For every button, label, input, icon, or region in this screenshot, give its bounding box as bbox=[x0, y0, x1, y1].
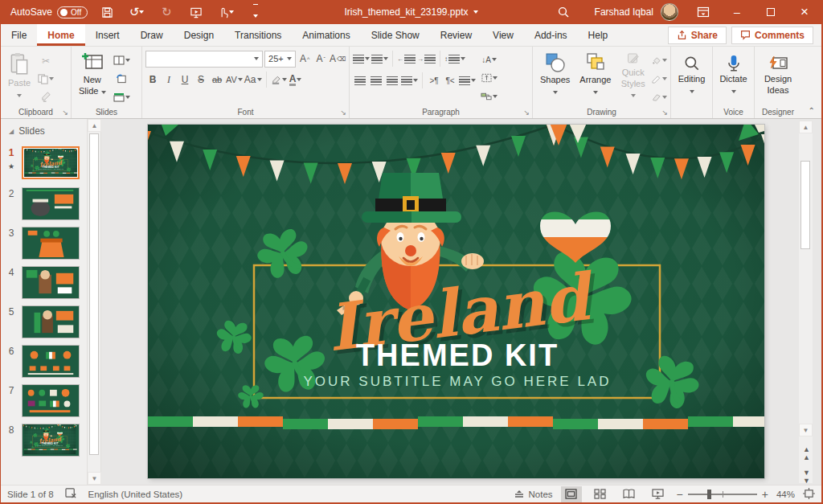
shapes-button[interactable]: Shapes bbox=[536, 50, 574, 103]
slide-counter[interactable]: Slide 1 of 8 bbox=[7, 490, 54, 499]
decrease-font-size-button[interactable]: Aˇ bbox=[313, 51, 328, 67]
tab-review[interactable]: Review bbox=[430, 24, 482, 46]
comments-button[interactable]: Comments bbox=[731, 27, 813, 44]
scroll-down-icon[interactable]: ▼ bbox=[799, 424, 813, 436]
columns-button[interactable] bbox=[459, 72, 476, 88]
slide-thumbnail-5[interactable]: 5 bbox=[1, 305, 88, 338]
tab-help[interactable]: Help bbox=[578, 24, 619, 46]
language-indicator[interactable]: English (United States) bbox=[88, 490, 183, 499]
align-right-button[interactable] bbox=[385, 72, 399, 88]
strikethrough-button[interactable]: S bbox=[194, 72, 208, 88]
slide-canvas[interactable]: Ireland Ireland THEMED KIT YOUR SUBTITLE… bbox=[148, 125, 764, 478]
close-button[interactable]: × bbox=[788, 0, 821, 24]
slideshow-view-button[interactable] bbox=[648, 486, 669, 502]
ltr-direction-button[interactable]: >¶ bbox=[427, 72, 441, 88]
accessibility-check-icon[interactable] bbox=[65, 488, 77, 501]
align-center-button[interactable] bbox=[369, 72, 383, 88]
reset-slide-icon[interactable] bbox=[113, 71, 130, 87]
line-spacing-button[interactable]: ↕ bbox=[444, 51, 465, 67]
slide-thumbnail-7[interactable]: 7 bbox=[1, 384, 88, 417]
font-color-button[interactable]: A bbox=[289, 72, 303, 88]
justify-button[interactable] bbox=[401, 72, 418, 88]
customize-quick-access-icon[interactable] bbox=[245, 2, 266, 23]
design-ideas-button[interactable]: DesignIdeas bbox=[758, 50, 798, 103]
slide-subtitle[interactable]: YOUR SUBTITLE MAY GO HERE LAD bbox=[304, 374, 612, 389]
font-dialog-launcher[interactable]: ↘ bbox=[340, 109, 346, 117]
convert-to-smartart-button[interactable] bbox=[481, 88, 497, 104]
cut-icon[interactable]: ✂ bbox=[38, 53, 54, 69]
undo-button[interactable]: ↺ bbox=[126, 2, 147, 23]
clear-formatting-button[interactable]: A⌫ bbox=[330, 51, 346, 67]
increase-font-size-button[interactable]: A^ bbox=[297, 51, 312, 67]
tab-view[interactable]: View bbox=[482, 24, 524, 46]
slide-thumbnail-8[interactable]: 8 bbox=[1, 424, 88, 457]
copy-icon[interactable] bbox=[38, 71, 54, 87]
slides-panel-header[interactable]: ◢ Slides bbox=[1, 119, 87, 140]
scroll-down-icon[interactable]: ▼ bbox=[88, 472, 101, 485]
tab-addins[interactable]: Add-ins bbox=[524, 24, 578, 46]
fit-slide-to-window-icon[interactable] bbox=[803, 488, 815, 501]
paragraph-dialog-launcher[interactable]: ↘ bbox=[523, 109, 530, 117]
collapse-ribbon-icon[interactable]: ⌃ bbox=[809, 106, 815, 115]
numbering-button[interactable] bbox=[371, 51, 388, 67]
drawing-dialog-launcher[interactable]: ↘ bbox=[661, 109, 668, 117]
shape-outline-icon[interactable] bbox=[651, 71, 667, 87]
format-painter-icon[interactable] bbox=[38, 88, 54, 104]
editing-button[interactable]: Editing bbox=[674, 50, 709, 103]
next-slide-button[interactable]: ▼▼ bbox=[799, 470, 813, 483]
tab-draw[interactable]: Draw bbox=[130, 24, 174, 46]
slides-panel-scrollbar[interactable]: ▲ ▼ bbox=[88, 119, 101, 485]
zoom-slider-thumb[interactable] bbox=[707, 490, 711, 499]
normal-view-button[interactable] bbox=[561, 486, 582, 502]
bold-button[interactable]: B bbox=[145, 72, 160, 88]
start-slideshow-icon[interactable] bbox=[186, 2, 207, 23]
text-direction-button[interactable]: ↓A bbox=[481, 51, 497, 68]
share-button[interactable]: Share bbox=[668, 27, 727, 44]
underline-button[interactable]: U bbox=[178, 72, 192, 88]
section-icon[interactable] bbox=[113, 89, 130, 105]
save-icon[interactable] bbox=[96, 2, 117, 23]
dictate-button[interactable]: Dictate bbox=[716, 50, 751, 103]
slide-layout-icon[interactable] bbox=[113, 52, 130, 68]
scroll-up-icon[interactable]: ▲ bbox=[799, 121, 813, 133]
notes-button[interactable]: Notes bbox=[514, 490, 553, 499]
text-shadow-button[interactable]: ab bbox=[210, 72, 224, 88]
align-text-button[interactable] bbox=[481, 70, 497, 86]
rtl-direction-button[interactable]: ¶< bbox=[443, 72, 457, 88]
tab-file[interactable]: File bbox=[1, 24, 37, 46]
slide-thumbnail-3[interactable]: 3 bbox=[1, 227, 88, 260]
zoom-out-button[interactable]: − bbox=[677, 488, 683, 501]
new-slide-button[interactable]: NewSlide bbox=[75, 50, 110, 103]
paste-button[interactable]: Paste bbox=[4, 50, 35, 103]
zoom-level[interactable]: 44% bbox=[776, 490, 795, 499]
shape-fill-icon[interactable] bbox=[651, 52, 667, 68]
zoom-slider[interactable] bbox=[688, 494, 757, 495]
tab-home[interactable]: Home bbox=[37, 24, 84, 46]
increase-indent-button[interactable]: → bbox=[417, 51, 436, 67]
tab-insert[interactable]: Insert bbox=[85, 24, 130, 46]
zoom-in-button[interactable]: + bbox=[762, 488, 768, 501]
scrollbar-thumb[interactable] bbox=[89, 133, 99, 455]
slide-sorter-view-button[interactable] bbox=[590, 486, 611, 502]
maximize-button[interactable] bbox=[754, 0, 788, 24]
previous-slide-button[interactable]: ▲▲ bbox=[799, 447, 813, 460]
editor-scrollbar[interactable]: ▲ ▼ ▲▲ ▼▼ bbox=[799, 121, 813, 483]
tab-design[interactable]: Design bbox=[174, 24, 224, 46]
reading-view-button[interactable] bbox=[619, 486, 640, 502]
tab-transitions[interactable]: Transitions bbox=[224, 24, 292, 46]
autosave-toggle[interactable]: AutoSave Off bbox=[10, 6, 88, 18]
change-case-button[interactable]: Aa bbox=[244, 72, 262, 88]
redo-button[interactable]: ↻ bbox=[156, 2, 177, 23]
arrange-button[interactable]: Arrange bbox=[575, 50, 615, 103]
quick-styles-button[interactable]: QuickStyles bbox=[616, 50, 649, 103]
decrease-indent-button[interactable]: ← bbox=[397, 51, 416, 67]
font-size-combobox[interactable]: 25+ bbox=[264, 51, 296, 68]
highlight-color-button[interactable] bbox=[271, 72, 287, 88]
ribbon-display-options-icon[interactable] bbox=[686, 0, 720, 24]
slide-thumbnail-4[interactable]: 4 bbox=[1, 266, 88, 299]
search-icon[interactable] bbox=[553, 2, 574, 23]
minimize-button[interactable]: – bbox=[720, 0, 754, 24]
scrollbar-thumb[interactable] bbox=[800, 161, 810, 249]
touch-mouse-mode-icon[interactable] bbox=[215, 2, 236, 23]
slide-thumbnail-6[interactable]: 6 bbox=[1, 345, 88, 378]
